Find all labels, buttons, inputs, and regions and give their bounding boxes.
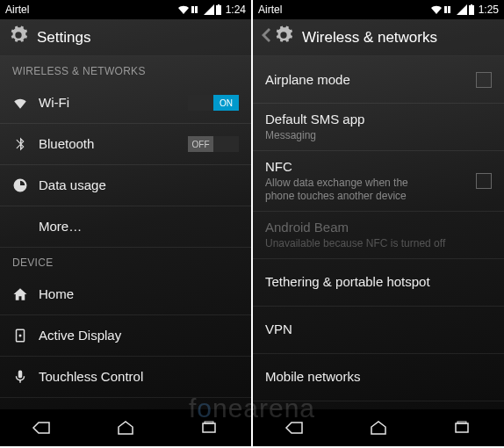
row-airplane[interactable]: Airplane mode (253, 56, 504, 104)
nav-back[interactable] (32, 420, 53, 436)
status-bar: Airtel 1:25 (253, 0, 504, 19)
status-bar: Airtel 1:24 (0, 0, 251, 19)
home-icon (12, 286, 39, 302)
data-usage-icon (12, 177, 39, 193)
touchless-label: Touchless Control (39, 369, 143, 384)
wifi-icon (12, 95, 39, 111)
header: Settings (0, 19, 251, 56)
row-tethering[interactable]: Tethering & portable hotspot (253, 259, 504, 307)
row-moto-connect[interactable]: Motorola Connect (0, 398, 251, 409)
row-home[interactable]: Home (0, 274, 251, 315)
phone-right: Airtel 1:25 Wireless & networks Airplane… (253, 0, 504, 446)
phone-left: Airtel 1:24 Settings WIRELESS & NETWORKS… (0, 0, 251, 446)
row-touchless[interactable]: Touchless Control (0, 357, 251, 398)
beam-sub: Unavailable because NFC is turned off (265, 237, 492, 251)
row-sms[interactable]: Default SMS app Messaging (253, 104, 504, 151)
clock: 1:24 (226, 4, 246, 16)
row-mobile-plan[interactable]: Mobile plan (253, 401, 504, 409)
home-label: Home (39, 286, 74, 301)
svg-rect-13 (457, 422, 466, 423)
navbar (253, 409, 504, 446)
active-display-icon (12, 328, 39, 343)
header-title: Wireless & networks (302, 29, 437, 47)
row-nfc[interactable]: NFC Allow data exchange when the phone t… (253, 151, 504, 212)
row-mobile-networks[interactable]: Mobile networks (253, 354, 504, 401)
airplane-label: Airplane mode (265, 72, 350, 87)
carrier-label: Airtel (5, 4, 177, 16)
cell-signal-icon (457, 4, 467, 15)
svg-rect-6 (203, 423, 215, 432)
settings-gear-icon (9, 25, 28, 49)
dual-sim-icon (191, 4, 203, 15)
svg-rect-12 (456, 423, 468, 432)
row-data-usage[interactable]: Data usage (0, 165, 251, 206)
bluetooth-icon (12, 136, 39, 152)
nav-home[interactable] (115, 420, 136, 436)
bluetooth-label: Bluetooth (39, 136, 94, 151)
wifi-toggle[interactable]: ON (188, 95, 239, 111)
header-title: Settings (37, 29, 90, 47)
sms-label: Default SMS app (265, 111, 492, 128)
navbar (0, 409, 251, 446)
svg-rect-10 (471, 4, 472, 5)
nav-recents[interactable] (198, 420, 220, 436)
wifi-signal-icon (430, 4, 443, 15)
cell-signal-icon (204, 4, 214, 15)
row-bluetooth[interactable]: Bluetooth OFF (0, 124, 251, 165)
category-wireless: WIRELESS & NETWORKS (0, 56, 251, 83)
row-more[interactable]: More… (0, 206, 251, 248)
row-beam: Android Beam Unavailable because NFC is … (253, 212, 504, 259)
sms-sub: Messaging (265, 129, 492, 143)
row-vpn[interactable]: VPN (253, 307, 504, 354)
nav-recents[interactable] (451, 420, 472, 436)
beam-label: Android Beam (265, 219, 492, 236)
svg-rect-0 (191, 6, 194, 13)
battery-icon (215, 4, 222, 15)
data-usage-label: Data usage (39, 177, 106, 192)
settings-list: WIRELESS & NETWORKS Wi-Fi ON Bluetooth O… (0, 56, 251, 409)
row-active-display[interactable]: Active Display (0, 315, 251, 357)
svg-rect-2 (218, 4, 220, 5)
svg-rect-7 (205, 422, 213, 423)
mobnet-label: Mobile networks (265, 369, 360, 384)
status-icons: 1:25 (430, 4, 499, 16)
more-label: More… (39, 219, 82, 234)
carrier-label: Airtel (258, 4, 430, 16)
bluetooth-toggle[interactable]: OFF (188, 136, 239, 152)
svg-rect-8 (444, 6, 447, 13)
status-icons: 1:24 (177, 4, 246, 16)
airplane-checkbox[interactable] (476, 72, 492, 88)
nav-back[interactable] (284, 420, 306, 436)
dual-sim-icon (443, 4, 456, 15)
svg-rect-11 (469, 5, 474, 15)
row-wifi[interactable]: Wi-Fi ON (0, 83, 251, 124)
svg-rect-1 (195, 6, 198, 13)
clock: 1:25 (479, 4, 499, 16)
vpn-label: VPN (265, 322, 292, 336)
wireless-list: Airplane mode Default SMS app Messaging … (253, 56, 504, 409)
nfc-sub: Allow data exchange when the phone touch… (265, 177, 436, 204)
settings-gear-icon (274, 25, 293, 49)
svg-point-5 (19, 335, 22, 337)
back-chevron-icon[interactable] (262, 28, 270, 47)
svg-rect-9 (448, 6, 450, 13)
battery-icon (468, 4, 475, 15)
mic-icon (12, 369, 39, 385)
category-device: DEVICE (0, 248, 251, 274)
tether-label: Tethering & portable hotspot (265, 274, 430, 289)
nfc-checkbox[interactable] (476, 173, 492, 189)
wifi-signal-icon (177, 4, 190, 15)
wifi-label: Wi-Fi (39, 95, 69, 110)
active-display-label: Active Display (39, 328, 121, 343)
nav-home[interactable] (368, 420, 389, 436)
nfc-label: NFC (265, 158, 436, 176)
header: Wireless & networks (253, 19, 504, 56)
svg-rect-3 (216, 5, 221, 15)
